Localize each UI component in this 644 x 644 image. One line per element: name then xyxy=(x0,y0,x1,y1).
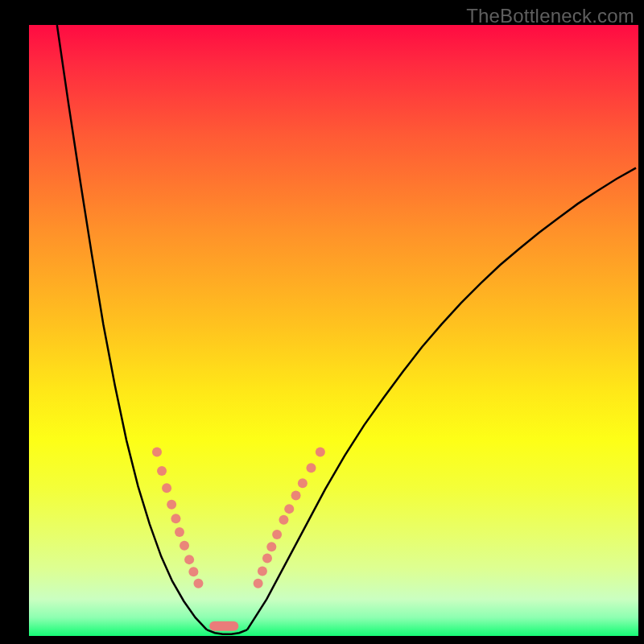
left-branch-dot xyxy=(180,541,189,551)
right-branch-dot xyxy=(266,542,276,551)
left-branch-dot xyxy=(175,527,184,537)
left-branch-dot xyxy=(188,567,198,576)
plot-area xyxy=(29,25,638,636)
right-branch-dot xyxy=(291,490,301,500)
right-branch-dot xyxy=(316,448,325,457)
left-branch-dot xyxy=(171,514,180,523)
right-branch-dot xyxy=(298,478,308,488)
right-branch-dot xyxy=(279,515,288,525)
left-branch-dot xyxy=(152,448,162,457)
watermark-text: TheBottleneck.com xyxy=(466,5,634,27)
right-branch-dot xyxy=(262,554,272,564)
right-branch-dot xyxy=(306,463,316,473)
right-branch-dot xyxy=(284,504,294,514)
left-branch-dot xyxy=(167,500,176,510)
chart-svg xyxy=(29,25,638,636)
left-branch-dot xyxy=(193,579,203,588)
right-branch-dot xyxy=(258,567,267,576)
right-branch-dot xyxy=(254,579,263,588)
chart-frame: TheBottleneck.com xyxy=(0,0,644,644)
curve-left-curve xyxy=(57,25,207,630)
left-branch-dot xyxy=(184,555,194,564)
curve-right-curve xyxy=(247,168,636,630)
left-branch-dot xyxy=(162,483,171,493)
left-branch-dot xyxy=(157,466,167,476)
right-branch-dot xyxy=(272,530,282,539)
